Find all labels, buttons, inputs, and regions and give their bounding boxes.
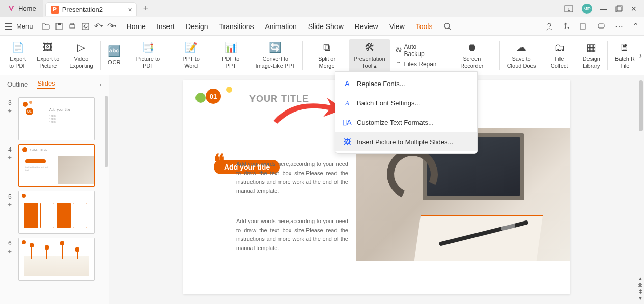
ribbon-convert-imagelike[interactable]: 🔄Convert to Image-Like PPT xyxy=(250,39,300,71)
collect-icon: 🗂 xyxy=(554,41,565,53)
panel-collapse-icon[interactable]: ‹ xyxy=(100,80,102,88)
thumb-row[interactable]: 6 ✦ xyxy=(0,236,109,283)
notification-icon[interactable] xyxy=(578,22,587,31)
hamburger-icon[interactable] xyxy=(5,23,12,30)
slide-number-badge: 01 xyxy=(206,89,221,104)
open-folder-icon[interactable] xyxy=(41,22,50,31)
dropdown-insert-picture-multiple[interactable]: 🖼 Insert Picture to Multiple Slides... xyxy=(335,132,477,151)
close-tab-icon[interactable]: × xyxy=(128,6,132,14)
ribbon-save-cloud[interactable]: ☁Save to Cloud Docs xyxy=(502,39,541,71)
redo-icon[interactable]: ↷▾ xyxy=(107,22,117,31)
presentation-file-icon: P xyxy=(51,6,59,14)
cloud-icon: ☁ xyxy=(516,41,526,53)
slide-thumbnail-5[interactable] xyxy=(18,191,95,234)
print-icon[interactable] xyxy=(68,22,77,31)
ribbon-auto-backup[interactable]: 🗘Auto Backup xyxy=(396,43,437,58)
user-avatar[interactable]: MP xyxy=(582,4,592,14)
dropdown-replace-fonts[interactable]: A Replace Fonts... xyxy=(335,74,477,93)
insert-picture-icon: 🖼 xyxy=(343,137,352,146)
menu-bar: Menu ↶▾ ↷▾ Home Insert Design Transition… xyxy=(0,17,644,36)
menu-design[interactable]: Design xyxy=(186,22,208,31)
ribbon-export-pdf[interactable]: 📄Export to PDF xyxy=(4,39,32,71)
print-preview-icon[interactable] xyxy=(81,22,90,31)
maximize-icon[interactable] xyxy=(615,5,623,12)
slide-thumbnail-6[interactable] xyxy=(18,238,95,281)
menu-slideshow[interactable]: Slide Show xyxy=(308,22,344,31)
ribbon-pdf-to-ppt[interactable]: 📊PDF to PPT xyxy=(211,39,250,71)
ribbon-split-merge[interactable]: ⧉Split or Merge xyxy=(305,39,349,71)
menu-view[interactable]: View xyxy=(389,22,405,31)
pdf-ppt-icon: 📊 xyxy=(225,41,237,53)
ribbon-scroll-right-icon[interactable]: › xyxy=(639,51,642,60)
ribbon-tools: 📄Export to PDF 🖼Export to Picture ▷Video… xyxy=(0,36,644,75)
slide-thumbnail-4[interactable]: YOUR TITLE text text text text text text… xyxy=(18,144,95,187)
ribbon-export-picture[interactable]: 🖼Export to Picture xyxy=(32,39,64,71)
separator xyxy=(302,41,303,70)
picture-export-icon: 🖼 xyxy=(43,41,53,53)
menu-insert[interactable]: Insert xyxy=(157,22,175,31)
ribbon-ppt-to-word[interactable]: 📝PPT to Word xyxy=(171,39,211,71)
chat-icon[interactable] xyxy=(597,22,606,31)
prev-slide-double-icon[interactable]: ⯭ xyxy=(638,282,643,288)
menu-transitions[interactable]: Transitions xyxy=(219,22,254,31)
undo-icon[interactable]: ↶▾ xyxy=(94,22,103,31)
animation-star-icon: ✦ xyxy=(7,107,12,115)
panel-tab-slides[interactable]: Slides xyxy=(37,79,55,89)
ribbon-file-collect[interactable]: 🗂File Collect xyxy=(541,39,578,71)
menu-links: Home Insert Design Transitions Animation… xyxy=(127,22,452,31)
thumbnail-list: 3 ✦ 01 Add your title • item• item• item… xyxy=(0,93,109,303)
new-tab-button[interactable]: + xyxy=(143,3,149,14)
prev-slide-icon[interactable]: ▲ xyxy=(638,275,643,281)
ribbon-files-repair[interactable]: 🗋Files Repair xyxy=(396,61,437,68)
ribbon-video-exporting[interactable]: ▷Video Exporting xyxy=(64,39,98,71)
quick-access-toolbar: ↶▾ ↷▾ xyxy=(41,22,117,31)
split-icon: ⧉ xyxy=(323,41,330,53)
menu-home[interactable]: Home xyxy=(127,22,146,31)
animation-star-icon: ✦ xyxy=(7,154,12,161)
thumb-row[interactable]: 3 ✦ 01 Add your title • item• item• item xyxy=(0,95,109,142)
ribbon-batch-rename[interactable]: 🗎Batch R File xyxy=(610,39,640,71)
ribbon-backup-group: 🗘Auto Backup 🗋Files Repair xyxy=(390,43,442,68)
dropdown-batch-font-settings[interactable]: 𝐴 Batch Font Settings... xyxy=(335,93,477,113)
more-icon[interactable]: ⋯ xyxy=(615,21,623,31)
animation-star-icon: ✦ xyxy=(7,201,12,208)
close-window-icon[interactable]: ✕ xyxy=(631,5,637,13)
thumb-row[interactable]: 5 ✦ xyxy=(0,189,109,236)
next-slide-icon[interactable]: ▼ xyxy=(638,295,643,301)
menu-animation[interactable]: Animation xyxy=(265,22,296,31)
collapse-ribbon-icon[interactable]: ⌃ xyxy=(632,21,639,31)
ribbon-ocr[interactable]: 🔤OCR xyxy=(103,43,126,68)
minimize-icon[interactable]: — xyxy=(600,5,607,13)
menu-tools[interactable]: Tools xyxy=(416,22,433,31)
ribbon-screen-recorder[interactable]: ⏺Screen Recorder xyxy=(446,39,497,71)
canvas-scrollbar[interactable] xyxy=(639,80,643,131)
tab-document[interactable]: P Presentation2 × xyxy=(45,2,137,16)
panel-tabs: Outline Slides ‹ xyxy=(0,75,109,93)
presentation-tool-dropdown: A Replace Fonts... 𝐴 Batch Font Settings… xyxy=(335,71,478,154)
paragraph-1: Add your words here,according to your ne… xyxy=(236,160,348,196)
tab-home[interactable]: Home xyxy=(0,0,43,17)
slide-panel: Outline Slides ‹ 3 ✦ 01 Add your title •… xyxy=(0,75,109,304)
share-icon[interactable]: ⤴▾ xyxy=(563,22,569,31)
next-slide-double-icon[interactable]: ⯯ xyxy=(638,289,643,294)
batch-icon: 🗎 xyxy=(620,41,630,53)
ribbon-design-library[interactable]: ▦Design Library xyxy=(578,39,605,71)
menu-review[interactable]: Review xyxy=(355,22,378,31)
dropdown-customize-text-formats[interactable]: ⌷A Customize Text Formats... xyxy=(335,113,477,132)
search-icon[interactable] xyxy=(443,22,452,31)
window-count-icon[interactable]: 1 xyxy=(564,5,574,13)
batch-font-icon: 𝐴 xyxy=(343,98,352,107)
slide-thumbnail-3[interactable]: 01 Add your title • item• item• item xyxy=(18,97,95,140)
panel-tab-outline[interactable]: Outline xyxy=(7,80,28,88)
panel-scrollbar[interactable] xyxy=(105,96,108,167)
ribbon-picture-to-pdf[interactable]: 📑Picture to PDF xyxy=(126,39,171,71)
menu-label[interactable]: Menu xyxy=(16,22,33,30)
ocr-icon: 🔤 xyxy=(108,45,121,57)
ribbon-presentation-tool[interactable]: 🛠Presentation Tool ▴ xyxy=(349,39,390,71)
svg-line-11 xyxy=(449,28,451,30)
presentation-tool-icon: 🛠 xyxy=(365,41,375,53)
save-icon[interactable] xyxy=(54,22,64,31)
user-signin-icon[interactable] xyxy=(545,22,554,31)
thumb-row[interactable]: 4 ✦ YOUR TITLE text text text text text … xyxy=(0,142,109,189)
svg-rect-6 xyxy=(70,25,75,28)
